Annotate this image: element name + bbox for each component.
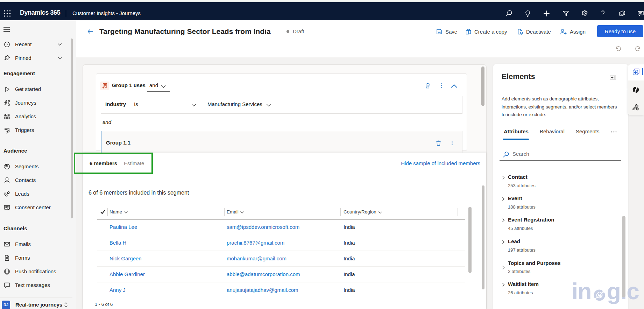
chevron-down-icon[interactable] xyxy=(57,42,63,47)
group-more-options-icon[interactable] xyxy=(438,83,444,89)
deactivate-button[interactable]: Deactivate xyxy=(517,26,551,37)
app-section-title[interactable]: Customer Insights - Journeys xyxy=(72,10,141,16)
entity-name[interactable]: Event Registration xyxy=(508,217,554,223)
table-row-email[interactable]: anujasujatajadhav@gmail.com xyxy=(227,287,298,293)
column-header-email[interactable]: Email xyxy=(227,209,239,215)
back-arrow-icon[interactable] xyxy=(87,28,94,35)
hide-sample-link[interactable]: Hide sample of included members xyxy=(401,160,480,166)
chevron-right-icon[interactable] xyxy=(501,240,505,244)
members-panel-scrollbar[interactable] xyxy=(482,185,484,289)
table-row-email[interactable]: sam@ipsddev.onmicrosoft.com xyxy=(227,224,299,230)
assign-button[interactable]: Assign xyxy=(560,26,586,37)
chevron-down-icon[interactable] xyxy=(266,102,271,108)
table-row-name[interactable]: Nick Gargeen xyxy=(109,255,142,261)
collapse-group-chevron-icon[interactable] xyxy=(451,83,458,88)
environment-name[interactable]: Real-time journeys xyxy=(15,302,62,308)
delete-group-icon[interactable] xyxy=(425,83,431,89)
sidebar-item-forms[interactable]: Forms xyxy=(0,251,69,265)
sidebar-item-triggers[interactable]: Triggers xyxy=(0,124,69,137)
canvas-scrollbar[interactable] xyxy=(481,66,484,106)
sidebar-item-get-started[interactable]: Get started xyxy=(0,83,69,96)
chevron-right-icon[interactable] xyxy=(501,218,505,223)
customize-wrench-icon[interactable] xyxy=(632,104,639,111)
copilot-tool-icon[interactable] xyxy=(632,86,639,93)
sidebar-item-pinned[interactable]: Pinned xyxy=(0,51,69,65)
entity-name[interactable]: Topics and Purposes xyxy=(508,260,561,266)
delete-subgroup-icon[interactable] xyxy=(436,140,441,146)
search-icon[interactable] xyxy=(505,10,512,17)
environment-switcher-icon[interactable] xyxy=(63,301,69,308)
create-copy-button[interactable]: Create a copy xyxy=(465,26,507,37)
chevron-right-icon[interactable] xyxy=(501,282,505,287)
table-row-email[interactable]: mohankumar@gmail.com xyxy=(227,255,286,261)
subgroup-more-options-icon[interactable] xyxy=(449,140,455,146)
watermark-o-glyph xyxy=(594,289,605,301)
table-row-name[interactable]: Anny J xyxy=(109,287,126,293)
sidebar-item-emails[interactable]: Emails xyxy=(0,238,69,251)
tab-segments[interactable]: Segments xyxy=(576,128,600,134)
sidebar-item-journeys[interactable]: Journeys xyxy=(0,96,69,110)
copilot-icon[interactable] xyxy=(618,10,626,17)
tab-behavioral[interactable]: Behavioral xyxy=(540,128,565,134)
entity-name[interactable]: Lead xyxy=(508,238,520,244)
table-scrollbar[interactable] xyxy=(468,207,472,273)
chevron-down-icon[interactable] xyxy=(191,102,197,108)
column-header-name[interactable]: Name xyxy=(109,209,122,215)
settings-gear-icon[interactable] xyxy=(581,10,588,17)
tab-attributes[interactable]: Attributes xyxy=(504,128,529,134)
save-button[interactable]: Save xyxy=(436,26,457,37)
nav-hamburger-icon[interactable] xyxy=(3,27,10,32)
chevron-down-icon[interactable] xyxy=(378,210,383,215)
sidebar-item-recent[interactable]: Recent xyxy=(0,38,69,51)
column-header-country[interactable]: Country/Region xyxy=(344,209,376,215)
elements-panel-toggle-icon[interactable] xyxy=(633,69,639,75)
chevron-down-icon[interactable] xyxy=(161,84,166,89)
ready-to-use-button[interactable]: Ready to use xyxy=(597,25,643,37)
sidebar-item-leads[interactable]: Leads xyxy=(0,187,69,201)
plus-icon[interactable] xyxy=(543,10,550,17)
lightbulb-icon[interactable] xyxy=(524,10,531,17)
app-brand[interactable]: Dynamics 365 xyxy=(20,9,60,16)
chevron-right-icon[interactable] xyxy=(501,175,505,180)
entity-name[interactable]: Contact xyxy=(508,174,528,180)
collapse-panel-icon[interactable] xyxy=(610,76,616,79)
help-icon[interactable] xyxy=(599,10,607,17)
sidebar-item-text-messages[interactable]: Text messages xyxy=(0,279,69,292)
sidebar-scrollbar[interactable] xyxy=(71,38,73,218)
chevron-right-icon[interactable] xyxy=(501,197,505,201)
checkmark-icon[interactable] xyxy=(100,210,105,214)
table-row-email[interactable]: abbie@adatumcorporation.com xyxy=(227,271,300,277)
redo-icon[interactable] xyxy=(635,46,641,52)
entity-name[interactable]: Event xyxy=(508,195,522,201)
sidebar-item-segments[interactable]: Segments xyxy=(0,160,69,173)
elements-panel-scrollbar[interactable] xyxy=(622,216,625,297)
sidebar-item-consent-center[interactable]: Consent center xyxy=(0,201,69,214)
more-tabs-icon[interactable] xyxy=(611,130,617,134)
sidebar-item-push-notifications[interactable]: Push notifications xyxy=(0,265,69,278)
condition-value-dropdown[interactable]: Manufacturing Services xyxy=(207,101,262,107)
undo-icon[interactable] xyxy=(615,46,621,52)
sidebar-item-analytics[interactable]: Analytics xyxy=(0,110,69,123)
table-row-name[interactable]: Abbie Gardiner xyxy=(109,271,145,277)
search-input[interactable]: Search xyxy=(512,151,529,157)
clock-icon xyxy=(3,41,10,48)
sidebar-item-contacts[interactable]: Contacts xyxy=(0,174,69,187)
condition-operator-dropdown[interactable]: Is xyxy=(134,101,138,107)
chevron-down-icon[interactable] xyxy=(57,55,63,61)
group-1-1-label: Group 1.1 xyxy=(106,140,130,146)
sidebar-section-channels: Channels xyxy=(3,225,27,231)
table-row-name[interactable]: Paulina Lee xyxy=(109,224,137,230)
left-navigation: Recent Pinned Engagement Get started xyxy=(0,20,76,309)
entity-name[interactable]: Waitlist Item xyxy=(508,281,539,287)
environment-badge[interactable]: RJ xyxy=(2,301,10,309)
table-row-name[interactable]: Bella H xyxy=(109,240,126,246)
feedback-icon[interactable] xyxy=(637,10,644,17)
chevron-right-icon[interactable] xyxy=(501,265,505,270)
filter-icon[interactable] xyxy=(562,10,569,17)
app-launcher-waffle-icon[interactable] xyxy=(3,9,12,18)
group-operator-dropdown[interactable]: and xyxy=(149,82,158,88)
chevron-down-icon[interactable] xyxy=(240,210,245,215)
table-row-email[interactable]: prachii.8767@gmail.com xyxy=(227,240,284,246)
sidebar-item-label: Pinned xyxy=(15,55,31,62)
chevron-down-icon[interactable] xyxy=(123,210,128,215)
